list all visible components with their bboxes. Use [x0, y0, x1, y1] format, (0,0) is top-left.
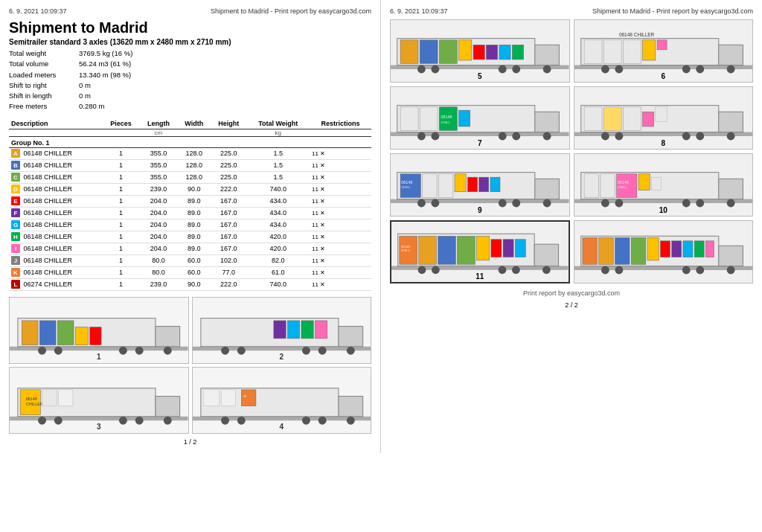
view-7-num: 7 [478, 139, 482, 147]
view-8: 8 [574, 86, 754, 150]
col-width: Width [178, 118, 211, 129]
table-row: G 06148 CHILLER 1 204.0 89.0 167.0 434.0… [9, 219, 371, 231]
svg-rect-13 [193, 346, 371, 350]
svg-point-134 [601, 199, 609, 208]
total-volume-value: 56.24 m3 (61 %) [79, 59, 131, 69]
svg-rect-19 [315, 320, 327, 338]
svg-point-10 [119, 346, 127, 354]
page-2-header: 6. 9. 2021 10:09:37 Shipment to Madrid -… [390, 7, 753, 15]
views-grid-p1: 1 2 [9, 297, 371, 434]
svg-point-37 [164, 416, 172, 424]
views-grid-p2: 5 06148 CHILLER [390, 19, 753, 283]
view-11-num: 11 [476, 272, 484, 281]
svg-point-63 [499, 65, 507, 74]
svg-rect-56 [458, 40, 471, 60]
svg-text:06148 CHILLER: 06148 CHILLER [618, 32, 654, 37]
svg-rect-101 [655, 107, 666, 122]
page-2-footer: 2 / 2 [390, 301, 753, 309]
svg-point-156 [542, 266, 551, 274]
svg-rect-149 [515, 240, 525, 257]
subtitle: Semitrailer standard 3 axles (13620 mm x… [9, 38, 371, 46]
svg-point-173 [696, 266, 704, 275]
shift-length-value: 0 m [79, 91, 91, 101]
view-4: 06 4 [192, 367, 372, 434]
svg-rect-6 [75, 327, 88, 344]
table-row: F 06148 CHILLER 1 204.0 89.0 167.0 434.0… [9, 207, 371, 219]
svg-rect-59 [499, 45, 510, 60]
view-9: 06148 CHILL 9 [390, 153, 570, 217]
svg-point-136 [682, 199, 690, 208]
svg-rect-40 [338, 396, 362, 416]
svg-point-138 [726, 199, 734, 208]
svg-rect-52 [535, 45, 560, 65]
svg-point-8 [38, 346, 46, 354]
svg-point-89 [417, 132, 426, 141]
svg-point-34 [54, 416, 63, 424]
svg-point-120 [431, 199, 439, 208]
table-row: D 06148 CHILLER 1 239.0 90.0 222.0 740.0… [9, 183, 371, 195]
svg-rect-38 [193, 416, 371, 420]
page-1-header: 6. 9. 2021 10:09:37 Shipment to Madrid -… [9, 7, 371, 15]
svg-rect-145 [458, 236, 476, 264]
info-block: Total weight 3769.5 kg (16 %) Total volu… [9, 48, 371, 112]
svg-point-105 [696, 132, 704, 141]
free-meters-value: 0.280 m [79, 101, 104, 112]
group-header: Group No. 1 [9, 136, 371, 147]
svg-point-20 [221, 346, 229, 354]
svg-rect-160 [582, 237, 597, 264]
svg-point-77 [682, 65, 690, 74]
svg-text:06148: 06148 [401, 245, 411, 249]
svg-point-46 [237, 416, 245, 424]
svg-point-106 [726, 132, 734, 141]
svg-point-79 [726, 65, 734, 74]
svg-rect-55 [439, 40, 457, 64]
svg-rect-57 [473, 45, 484, 60]
page1-header-title: Shipment to Madrid - Print report by eas… [211, 7, 371, 15]
svg-rect-0 [10, 346, 188, 350]
view-3-num: 3 [97, 423, 101, 431]
table-row: A 06148 CHILLER 1 355.0 128.0 225.0 1.5 … [9, 147, 371, 159]
shift-right-label: Shift to right [9, 80, 76, 91]
svg-text:06148: 06148 [26, 397, 37, 401]
view-4-num: 4 [279, 423, 284, 431]
page-2: 6. 9. 2021 10:09:37 Shipment to Madrid -… [381, 0, 762, 453]
svg-rect-54 [420, 40, 438, 64]
cargo-table: Description Pieces Length Width Height T… [9, 118, 371, 291]
svg-text:CHILLER: CHILLER [26, 401, 43, 406]
svg-rect-41 [203, 389, 220, 406]
view-5-num: 5 [478, 72, 482, 80]
svg-point-153 [432, 266, 440, 274]
view-2: 2 [192, 297, 372, 364]
loaded-meters-value: 13.340 m (98 %) [79, 70, 131, 80]
svg-rect-107 [391, 199, 569, 203]
svg-point-91 [499, 132, 507, 141]
svg-point-123 [543, 199, 551, 208]
svg-rect-99 [623, 107, 641, 131]
svg-rect-100 [642, 112, 653, 126]
view-3: 06148 CHILLER 3 [9, 367, 189, 434]
svg-rect-70 [603, 40, 621, 64]
svg-point-65 [543, 65, 551, 74]
page2-header-title: Shipment to Madrid - Print report by eas… [592, 7, 753, 15]
svg-point-154 [499, 266, 507, 274]
svg-rect-116 [467, 177, 477, 192]
table-row: H 06148 CHILLER 1 204.0 89.0 167.0 420.0… [9, 231, 371, 243]
svg-point-119 [417, 199, 426, 208]
svg-rect-126 [718, 179, 743, 199]
view-11: 06148 CHILL 11 [390, 220, 570, 283]
svg-rect-147 [491, 240, 502, 257]
page-1-footer: 1 / 2 [9, 438, 371, 446]
svg-point-78 [696, 65, 704, 74]
col-length: Length [139, 118, 177, 129]
svg-rect-157 [574, 266, 753, 270]
svg-rect-7 [90, 327, 101, 344]
svg-rect-88 [458, 110, 470, 126]
svg-point-172 [682, 266, 690, 275]
svg-rect-148 [503, 240, 513, 257]
svg-rect-132 [638, 174, 650, 190]
svg-point-122 [512, 199, 520, 208]
view-12 [574, 220, 754, 283]
svg-point-121 [499, 199, 507, 208]
table-row: K 06148 CHILLER 1 80.0 60.0 77.0 61.0 11… [9, 266, 371, 278]
svg-point-22 [301, 346, 310, 354]
